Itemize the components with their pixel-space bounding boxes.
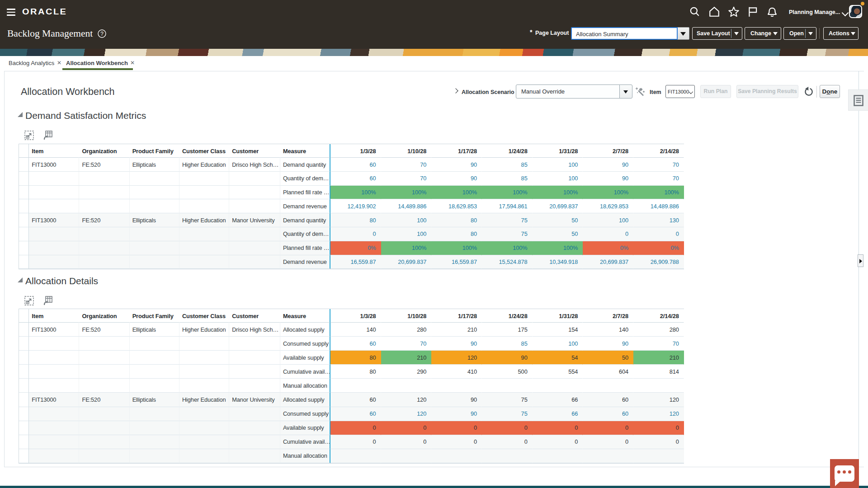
svg-text:?: ? bbox=[100, 31, 104, 37]
